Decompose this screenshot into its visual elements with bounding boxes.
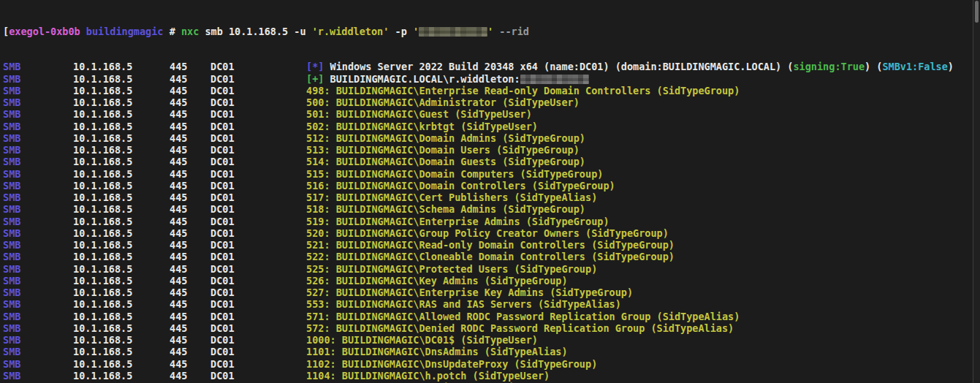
port-cell: 445 xyxy=(170,156,210,167)
protocol-cell: SMB xyxy=(3,263,73,275)
text-segment: 502: BUILDINGMAGIC\krbtgt (SidTypeUser) xyxy=(306,121,538,132)
host-cell: 10.1.168.5 xyxy=(73,121,170,132)
output-row: SMB10.1.168.5445DC01553: BUILDINGMAGIC\R… xyxy=(3,298,971,310)
port-cell: 445 xyxy=(170,192,210,203)
output-row: SMB10.1.168.5445DC01[+] BUILDINGMAGIC.LO… xyxy=(3,73,971,85)
text-segment: 1000: BUILDINGMAGIC\DC01$ (SidTypeUser) xyxy=(306,334,538,346)
host-cell: 10.1.168.5 xyxy=(73,180,170,192)
text-segment: nxc xyxy=(181,26,199,37)
host-cell: 10.1.168.5 xyxy=(73,275,170,287)
message-cell: 518: BUILDINGMAGIC\Schema Admins (SidTyp… xyxy=(306,203,971,215)
text-segment: 517: BUILDINGMAGIC\Cert Publishers (SidT… xyxy=(306,192,597,203)
hostname-cell: DC01 xyxy=(210,168,306,180)
host-cell: 10.1.168.5 xyxy=(73,322,170,334)
protocol-cell: SMB xyxy=(3,358,73,370)
hostname-cell: DC01 xyxy=(210,287,306,298)
port-cell: 445 xyxy=(170,239,210,251)
hostname-cell: DC01 xyxy=(210,239,306,251)
text-segment: 498: BUILDINGMAGIC\Enterprise Read-only … xyxy=(306,85,740,96)
text-segment: --rid xyxy=(493,26,529,37)
hostname-cell: DC01 xyxy=(210,203,306,215)
text-segment: 1104: BUILDINGMAGIC\h.potch (SidTypeUser… xyxy=(306,370,550,382)
message-cell: 500: BUILDINGMAGIC\Administrator (SidTyp… xyxy=(306,96,971,108)
output-row: SMB10.1.168.5445DC01519: BUILDINGMAGIC\E… xyxy=(3,216,971,227)
text-segment: Windows Server 2022 Build 20348 x64 (nam… xyxy=(324,61,793,72)
hostname-cell: DC01 xyxy=(210,96,306,108)
port-cell: 445 xyxy=(170,180,210,192)
host-cell: 10.1.168.5 xyxy=(73,168,170,180)
message-cell: 526: BUILDINGMAGIC\Key Admins (SidTypeGr… xyxy=(306,275,971,287)
hostname-cell: DC01 xyxy=(210,61,306,72)
output-row: SMB10.1.168.5445DC01500: BUILDINGMAGIC\A… xyxy=(3,96,971,108)
hostname-cell: DC01 xyxy=(210,180,306,192)
terminal-window[interactable]: [exegol-0xb0b buildingmagic # nxc smb 10… xyxy=(0,0,980,383)
hostname-cell: DC01 xyxy=(210,275,306,287)
text-segment: 513: BUILDINGMAGIC\Domain Users (SidType… xyxy=(306,144,580,156)
protocol-cell: SMB xyxy=(3,180,73,192)
redacted-password xyxy=(520,75,589,84)
port-cell: 445 xyxy=(170,216,210,227)
text-segment: 514: BUILDINGMAGIC\Domain Guests (SidTyp… xyxy=(306,156,585,167)
message-cell: 519: BUILDINGMAGIC\Enterprise Admins (Si… xyxy=(306,216,971,227)
message-cell: 522: BUILDINGMAGIC\Cloneable Domain Cont… xyxy=(306,251,971,262)
host-cell: 10.1.168.5 xyxy=(73,358,170,370)
text-segment: 527: BUILDINGMAGIC\Enterprise Key Admins… xyxy=(306,287,633,298)
output-row: SMB10.1.168.5445DC01517: BUILDINGMAGIC\C… xyxy=(3,192,971,203)
output-row: SMB10.1.168.5445DC011102: BUILDINGMAGIC\… xyxy=(3,358,971,370)
hostname-cell: DC01 xyxy=(210,311,306,322)
text-segment: SMBv1:False xyxy=(882,61,947,72)
protocol-cell: SMB xyxy=(3,192,73,203)
message-cell: [+] BUILDINGMAGIC.LOCAL\r.widdleton: xyxy=(306,73,971,85)
text-segment: # xyxy=(164,26,181,37)
port-cell: 445 xyxy=(170,275,210,287)
message-cell: 553: BUILDINGMAGIC\RAS and IAS Servers (… xyxy=(306,298,971,310)
output-row: SMB10.1.168.5445DC01527: BUILDINGMAGIC\E… xyxy=(3,287,971,298)
host-cell: 10.1.168.5 xyxy=(73,132,170,144)
port-cell: 445 xyxy=(170,132,210,144)
protocol-cell: SMB xyxy=(3,216,73,227)
protocol-cell: SMB xyxy=(3,311,73,322)
port-cell: 445 xyxy=(170,96,210,108)
output-rows: SMB10.1.168.5445DC01[*] Windows Server 2… xyxy=(3,61,971,383)
host-cell: 10.1.168.5 xyxy=(73,73,170,85)
text-segment: BUILDINGMAGIC.LOCAL\r.widdleton: xyxy=(324,73,520,85)
hostname-cell: DC01 xyxy=(210,227,306,239)
message-cell: [*] Windows Server 2022 Build 20348 x64 … xyxy=(306,61,971,72)
text-segment: ' xyxy=(487,26,493,37)
text-segment: exegol-0xb0b xyxy=(9,26,80,37)
text-segment xyxy=(80,26,86,37)
hostname-cell: DC01 xyxy=(210,370,306,382)
host-cell: 10.1.168.5 xyxy=(73,334,170,346)
protocol-cell: SMB xyxy=(3,287,73,298)
host-cell: 10.1.168.5 xyxy=(73,96,170,108)
output-row: SMB10.1.168.5445DC011104: BUILDINGMAGIC\… xyxy=(3,370,971,382)
host-cell: 10.1.168.5 xyxy=(73,156,170,167)
host-cell: 10.1.168.5 xyxy=(73,216,170,227)
output-row: SMB10.1.168.5445DC01520: BUILDINGMAGIC\G… xyxy=(3,227,971,239)
hostname-cell: DC01 xyxy=(210,192,306,203)
protocol-cell: SMB xyxy=(3,370,73,382)
port-cell: 445 xyxy=(170,334,210,346)
text-segment: 512: BUILDINGMAGIC\Domain Admins (SidTyp… xyxy=(306,132,585,144)
host-cell: 10.1.168.5 xyxy=(73,311,170,322)
protocol-cell: SMB xyxy=(3,334,73,346)
hostname-cell: DC01 xyxy=(210,156,306,167)
scrollbar[interactable] xyxy=(973,0,980,383)
port-cell: 445 xyxy=(170,227,210,239)
message-cell: 514: BUILDINGMAGIC\Domain Guests (SidTyp… xyxy=(306,156,971,167)
protocol-cell: SMB xyxy=(3,227,73,239)
port-cell: 445 xyxy=(170,108,210,120)
host-cell: 10.1.168.5 xyxy=(73,203,170,215)
message-cell: 571: BUILDINGMAGIC\Allowed RODC Password… xyxy=(306,311,971,322)
host-cell: 10.1.168.5 xyxy=(73,239,170,251)
scrollbar-thumb[interactable] xyxy=(975,1,979,23)
message-cell: 1102: BUILDINGMAGIC\DnsUpdateProxy (SidT… xyxy=(306,358,971,370)
message-cell: 516: BUILDINGMAGIC\Domain Controllers (S… xyxy=(306,180,971,192)
protocol-cell: SMB xyxy=(3,121,73,132)
hostname-cell: DC01 xyxy=(210,108,306,120)
port-cell: 445 xyxy=(170,346,210,357)
host-cell: 10.1.168.5 xyxy=(73,144,170,156)
text-segment: ) ( xyxy=(865,61,882,72)
output-row: SMB10.1.168.5445DC01512: BUILDINGMAGIC\D… xyxy=(3,132,971,144)
hostname-cell: DC01 xyxy=(210,216,306,227)
